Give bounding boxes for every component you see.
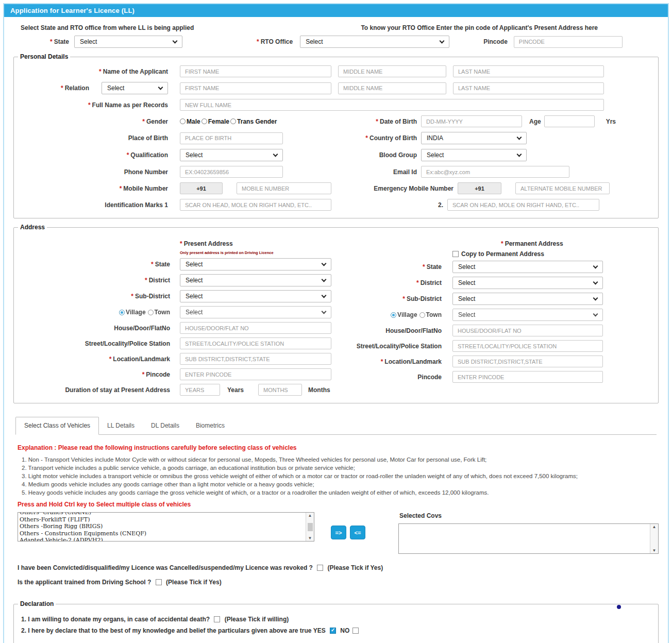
listbox-scrollbar[interactable]: ▲ ▼ [306, 513, 314, 541]
full-name-label: *Full Name as per Records [14, 101, 180, 109]
chevron-down-icon [322, 309, 327, 314]
declaration-no-checkbox[interactable] [352, 628, 359, 634]
copy-address-checkbox[interactable] [452, 251, 459, 257]
phone-label: Phone Number [14, 168, 180, 176]
move-right-button[interactable]: => [331, 526, 346, 539]
scroll-down-icon[interactable]: ▼ [652, 548, 657, 553]
chevron-down-icon [173, 39, 178, 44]
mobile-input[interactable] [237, 182, 331, 194]
scrollbar-thumb[interactable] [308, 523, 313, 531]
gender-female-radio[interactable] [201, 119, 207, 124]
state-rto-hint: Select State and RTO office from where L… [21, 24, 194, 31]
permanent-street-input[interactable] [452, 340, 603, 352]
permanent-subdistrict-label: *Sub-District [336, 295, 452, 302]
driving-school-checkbox[interactable] [156, 579, 162, 585]
permanent-village-radio[interactable] [391, 312, 396, 318]
last-name-input[interactable] [453, 65, 604, 77]
scroll-up-icon[interactable]: ▲ [652, 524, 657, 529]
list-item[interactable]: Others-ForkliftT (FLIFT) [20, 516, 306, 523]
emergency-country-code [458, 182, 501, 194]
ctrl-key-hint: Press and Hold Ctrl key to Select multip… [18, 501, 659, 508]
list-item[interactable]: Adapted Vehicle-2 (ADPVH2) [20, 537, 306, 541]
email-input[interactable] [421, 166, 569, 178]
full-name-row: *Full Name as per Records [14, 99, 658, 111]
applicant-name-label: *Name of the Applicant [14, 68, 180, 75]
tab-biometrics[interactable]: Biometrics [188, 417, 233, 434]
declaration-yes-checkbox[interactable] [330, 628, 336, 634]
present-state-select[interactable]: Select [180, 258, 331, 270]
convicted-checkbox[interactable] [317, 565, 323, 571]
dob-input[interactable] [421, 115, 522, 127]
country-of-birth-select[interactable]: INDIA [421, 132, 527, 144]
permanent-house-input[interactable] [452, 325, 603, 336]
permanent-street-row: Street/Locality/Police Station [336, 340, 658, 352]
permanent-district-select[interactable]: Select [452, 277, 603, 289]
phone-input[interactable] [180, 166, 283, 178]
chevron-down-icon [593, 264, 598, 269]
full-name-input[interactable] [180, 99, 604, 111]
gender-male-radio[interactable] [180, 119, 186, 124]
years-label: Years [227, 386, 244, 394]
permanent-town-radio[interactable] [419, 312, 425, 318]
declaration-item-1: 1. I am willing to donate my organs, in … [21, 616, 658, 623]
country-of-birth-label: *Country of Birth [334, 134, 421, 142]
permanent-state-row: *State Select [336, 261, 658, 273]
tab-dl-details[interactable]: DL Details [143, 417, 188, 434]
selected-covs-listbox[interactable]: ▲ ▼ [398, 523, 659, 554]
mobile-row: *Mobile Number Emergency Mobile Number [14, 182, 658, 194]
present-street-input[interactable] [180, 337, 331, 349]
state-select[interactable]: Select [74, 36, 182, 48]
scroll-down-icon[interactable]: ▼ [308, 536, 312, 540]
tab-select-class-of-vehicles[interactable]: Select Class of Vehicles [15, 417, 99, 435]
middle-name-input[interactable] [338, 65, 446, 77]
present-pincode-input[interactable] [180, 368, 331, 380]
present-village-town-labels: Village Town [14, 309, 180, 316]
permanent-village-select[interactable]: Select [452, 309, 603, 321]
present-village-radio[interactable] [119, 310, 125, 315]
age-input[interactable] [544, 115, 595, 127]
state-rto-row: *State Select *RTO Office Select Pincode [13, 36, 659, 48]
present-town-radio[interactable] [148, 310, 154, 315]
permanent-subdistrict-select[interactable]: Select [452, 293, 603, 305]
qualification-select[interactable]: Select [180, 149, 283, 161]
pincode-input[interactable] [514, 36, 623, 48]
relation-select[interactable]: Select [102, 82, 168, 94]
duration-years-input[interactable] [180, 384, 220, 396]
id-mark-1-input[interactable] [180, 199, 331, 211]
duration-months-input[interactable] [258, 384, 302, 396]
emergency-mobile-label: Emergency Mobile Number [331, 185, 458, 192]
rto-office-select[interactable]: Select [300, 36, 449, 48]
selected-scrollbar[interactable]: ▲ ▼ [650, 524, 658, 553]
relation-middle-name-input[interactable] [338, 82, 446, 94]
place-of-birth-input[interactable] [180, 132, 283, 144]
organ-donation-checkbox[interactable] [214, 616, 220, 622]
present-location-input[interactable] [180, 353, 331, 365]
tab-ll-details[interactable]: LL Details [99, 417, 143, 434]
rto-office-label: *RTO Office [257, 38, 293, 45]
permanent-location-input[interactable] [452, 356, 603, 367]
permanent-house-label: House/Door/FlatNo [336, 327, 452, 334]
relation-first-name-input[interactable] [180, 82, 331, 94]
present-house-label: House/Door/FlatNo [14, 325, 180, 332]
present-state-label: *State [14, 261, 180, 268]
gender-dob-row: *Gender Male Female Trans Gender *Date o… [14, 115, 658, 127]
relation-last-name-input[interactable] [453, 82, 604, 94]
present-district-select[interactable]: Select [180, 274, 331, 286]
scroll-up-icon[interactable]: ▲ [308, 513, 312, 518]
first-name-input[interactable] [180, 65, 331, 77]
id-mark-2-input[interactable] [447, 199, 599, 211]
blood-group-select[interactable]: Select [421, 149, 527, 161]
present-village-select[interactable]: Select [180, 306, 331, 318]
list-item[interactable]: Others - Construction Equipments (CNEQF) [20, 530, 306, 537]
mobile-country-code [180, 182, 223, 194]
vehicle-class-listbox[interactable]: Others -Cranes (CRANE) Others-ForkliftT … [18, 512, 314, 542]
qualification-label: *Qualification [14, 151, 180, 159]
permanent-state-select[interactable]: Select [452, 261, 603, 273]
present-subdistrict-select[interactable]: Select [180, 290, 331, 302]
list-item[interactable]: Others -Boring Rigg (BRIGS) [20, 523, 306, 530]
permanent-pincode-input[interactable] [452, 371, 603, 383]
move-left-button[interactable]: <= [350, 526, 365, 539]
emergency-mobile-input[interactable] [515, 182, 610, 194]
gender-trans-radio[interactable] [230, 119, 236, 124]
present-house-input[interactable] [180, 322, 331, 334]
